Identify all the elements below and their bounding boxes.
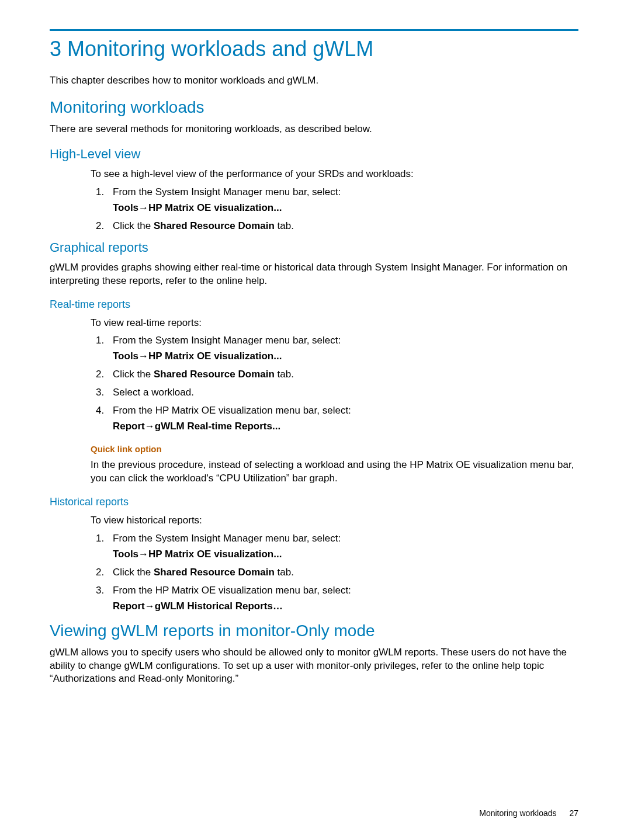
real-time-step-3: Select a workload. [107, 386, 578, 400]
section-monitoring-workloads: Monitoring workloads [50, 98, 578, 117]
historical-steps: From the System Insight Manager menu bar… [91, 532, 578, 613]
step-text-c: tab. [275, 220, 294, 231]
high-level-lead: To see a high-level view of the performa… [91, 168, 578, 181]
historical-step-2: Click the Shared Resource Domain tab. [107, 566, 578, 579]
quick-link-text: In the previous procedure, instead of se… [91, 459, 578, 485]
section-high-level-view: High-Level view [50, 147, 578, 162]
monitoring-workloads-text: There are several methods for monitoring… [50, 123, 578, 136]
section-graphical-reports: Graphical reports [50, 240, 578, 255]
historical-step-1: From the System Insight Manager menu bar… [107, 532, 578, 561]
high-level-step-1: From the System Insight Manager menu bar… [107, 186, 578, 215]
monitor-only-text: gWLM allows you to specify users who sho… [50, 646, 578, 686]
intro-text: This chapter describes how to monitor wo… [50, 74, 578, 88]
page-footer: Monitoring workloads 27 [479, 808, 578, 818]
high-level-steps: From the System Insight Manager menu bar… [91, 186, 578, 233]
step-text: From the System Insight Manager menu bar… [113, 335, 341, 346]
step-text-a: Click the [113, 369, 154, 380]
footer-label: Monitoring workloads [479, 808, 556, 818]
real-time-step-4: From the HP Matrix OE visualization menu… [107, 404, 578, 433]
top-rule [50, 29, 578, 31]
historical-step-3: From the HP Matrix OE visualization menu… [107, 584, 578, 613]
step-text-c: tab. [275, 567, 294, 578]
historical-lead: To view historical reports: [91, 514, 578, 527]
step-text-c: tab. [275, 369, 294, 380]
menu-path: Tools→HP Matrix OE visualization... [113, 202, 578, 215]
quick-link-heading: Quick link option [91, 444, 578, 454]
real-time-step-2: Click the Shared Resource Domain tab. [107, 368, 578, 381]
real-time-step-1: From the System Insight Manager menu bar… [107, 334, 578, 363]
section-real-time-reports: Real-time reports [50, 298, 578, 311]
step-text-b: Shared Resource Domain [154, 567, 275, 578]
menu-path: Report→gWLM Historical Reports… [113, 600, 578, 613]
step-text-a: Click the [113, 220, 154, 231]
real-time-lead: To view real-time reports: [91, 317, 578, 330]
high-level-step-2: Click the Shared Resource Domain tab. [107, 220, 578, 233]
menu-path: Tools→HP Matrix OE visualization... [113, 548, 578, 561]
page-number: 27 [569, 808, 578, 818]
section-historical-reports: Historical reports [50, 496, 578, 508]
step-text-b: Shared Resource Domain [154, 369, 275, 380]
step-text-b: Shared Resource Domain [154, 220, 275, 231]
step-text: From the HP Matrix OE visualization menu… [113, 585, 351, 596]
step-text: From the HP Matrix OE visualization menu… [113, 405, 351, 416]
section-monitor-only: Viewing gWLM reports in monitor-Only mod… [50, 622, 578, 640]
real-time-steps: From the System Insight Manager menu bar… [91, 334, 578, 433]
menu-path: Report→gWLM Real-time Reports... [113, 420, 578, 433]
step-text: From the System Insight Manager menu bar… [113, 186, 341, 197]
page: 3 Monitoring workloads and gWLM This cha… [0, 0, 631, 840]
chapter-title: 3 Monitoring workloads and gWLM [50, 37, 578, 61]
step-text-a: Click the [113, 567, 154, 578]
graphical-reports-text: gWLM provides graphs showing either real… [50, 261, 578, 288]
menu-path: Tools→HP Matrix OE visualization... [113, 350, 578, 363]
step-text: From the System Insight Manager menu bar… [113, 533, 341, 544]
